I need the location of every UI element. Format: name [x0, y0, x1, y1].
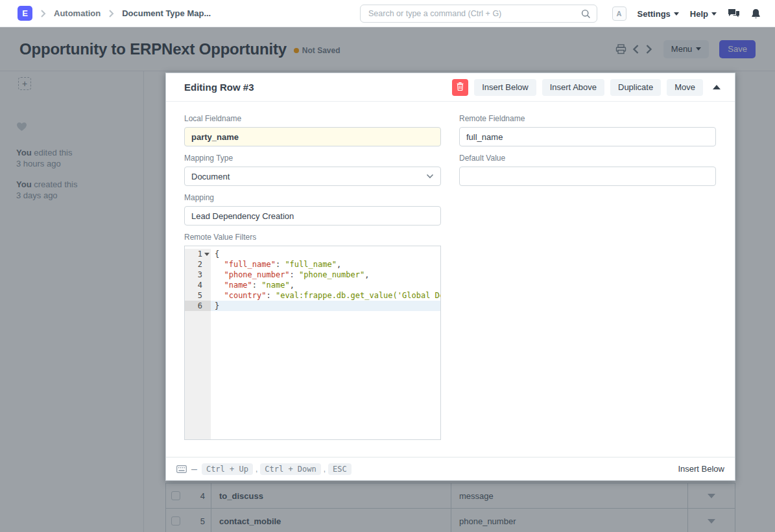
code-text: "name": "name",: [211, 280, 440, 290]
keyboard-icon: [176, 465, 187, 473]
code-editor[interactable]: 1{2 "full_name": "full_name",3 "phone_nu…: [184, 246, 441, 440]
settings-label: Settings: [638, 9, 671, 19]
code-text: "country": "eval:frappe.db.get_value('Gl…: [211, 290, 440, 301]
field-label: Remote Value Filters: [184, 233, 441, 242]
selected-value: Document: [191, 172, 426, 181]
bell-icon[interactable]: [751, 8, 761, 19]
move-button[interactable]: Move: [667, 79, 703, 96]
local-fieldname-field: Local Fieldname: [184, 114, 441, 146]
shortcut-separator: ,: [256, 465, 257, 474]
edit-row-footer: – Ctrl + Up , Ctrl + Down , ESC Insert B…: [166, 457, 735, 480]
code-editor-lines: 1{2 "full_name": "full_name",3 "phone_nu…: [185, 249, 440, 311]
line-number[interactable]: 5: [185, 290, 211, 301]
local-fieldname-input[interactable]: [184, 127, 441, 146]
remote-fieldname-input[interactable]: [459, 127, 716, 146]
code-text: "full_name": "full_name",: [211, 259, 440, 270]
dash: –: [191, 463, 197, 475]
footer-insert-below-button[interactable]: Insert Below: [678, 464, 724, 474]
chevron-down-icon: [711, 12, 717, 16]
field-label: Local Fieldname: [184, 114, 441, 123]
delete-row-button[interactable]: [452, 79, 468, 96]
fold-icon[interactable]: [204, 253, 209, 256]
field-label: Remote Fieldname: [459, 114, 716, 123]
help-menu[interactable]: Help: [690, 9, 717, 19]
edit-row-title: Editing Row #3: [184, 82, 254, 93]
trash-icon: [457, 82, 464, 93]
code-line[interactable]: 4 "name": "name",: [185, 280, 440, 290]
avatar[interactable]: A: [612, 6, 626, 21]
chevron-down-icon: [426, 174, 434, 179]
field-label: Mapping Type: [184, 154, 441, 163]
line-number[interactable]: 6: [185, 301, 211, 311]
field-label: Default Value: [459, 154, 716, 163]
field-label: Mapping: [184, 193, 441, 202]
mapping-input[interactable]: [184, 206, 441, 226]
editor-empty-area[interactable]: [185, 311, 440, 440]
breadcrumb-automation[interactable]: Automation: [54, 8, 101, 18]
insert-below-button[interactable]: Insert Below: [474, 79, 536, 96]
default-value-field: Default Value: [459, 154, 716, 186]
chat-icon[interactable]: [728, 8, 740, 19]
duplicate-button[interactable]: Duplicate: [610, 79, 661, 96]
line-number[interactable]: 4: [185, 280, 211, 290]
edit-row-panel: Editing Row #3 Insert Below Insert Above…: [165, 73, 735, 481]
chevron-down-icon: [674, 12, 679, 16]
insert-above-button[interactable]: Insert Above: [542, 79, 604, 96]
code-line[interactable]: 6}: [185, 301, 440, 311]
remote-value-filters-field: Remote Value Filters 1{2 "full_name": "f…: [184, 233, 441, 440]
remote-fieldname-field: Remote Fieldname: [459, 114, 716, 146]
line-number[interactable]: 3: [185, 270, 211, 280]
code-line[interactable]: 5 "country": "eval:frappe.db.get_value('…: [185, 290, 440, 301]
shortcut-ctrl-up: Ctrl + Up: [202, 463, 253, 475]
search-input[interactable]: [361, 5, 581, 22]
shortcut-esc: ESC: [328, 463, 352, 475]
settings-menu[interactable]: Settings: [638, 9, 679, 19]
search-icon[interactable]: [581, 9, 591, 19]
code-line[interactable]: 1{: [185, 249, 440, 259]
mapping-type-field: Mapping Type Document: [184, 154, 441, 186]
breadcrumb-document-type-mapping[interactable]: Document Type Map...: [122, 8, 211, 18]
code-line[interactable]: 2 "full_name": "full_name",: [185, 259, 440, 270]
global-search: [360, 5, 597, 23]
chevron-up-icon: [713, 85, 721, 89]
app-logo[interactable]: E: [18, 6, 32, 21]
line-number[interactable]: 1: [185, 249, 211, 259]
chevron-right-icon: [108, 9, 114, 18]
code-line[interactable]: 3 "phone_number": "phone_number",: [185, 270, 440, 280]
edit-row-header: Editing Row #3 Insert Below Insert Above…: [166, 73, 735, 102]
mapping-field: Mapping: [184, 193, 441, 226]
default-value-input[interactable]: [459, 167, 716, 186]
code-text: {: [211, 249, 440, 259]
line-number[interactable]: 2: [185, 259, 211, 270]
shortcut-separator: ,: [324, 465, 326, 474]
shortcut-ctrl-down: Ctrl + Down: [260, 463, 320, 475]
help-label: Help: [690, 9, 708, 19]
code-text: }: [211, 301, 440, 311]
collapse-row-button[interactable]: [709, 82, 724, 92]
navbar: E Automation Document Type Map... A Sett…: [0, 0, 775, 27]
mapping-type-select[interactable]: Document: [184, 167, 441, 186]
code-text: "phone_number": "phone_number",: [211, 270, 440, 280]
chevron-right-icon: [40, 9, 46, 18]
